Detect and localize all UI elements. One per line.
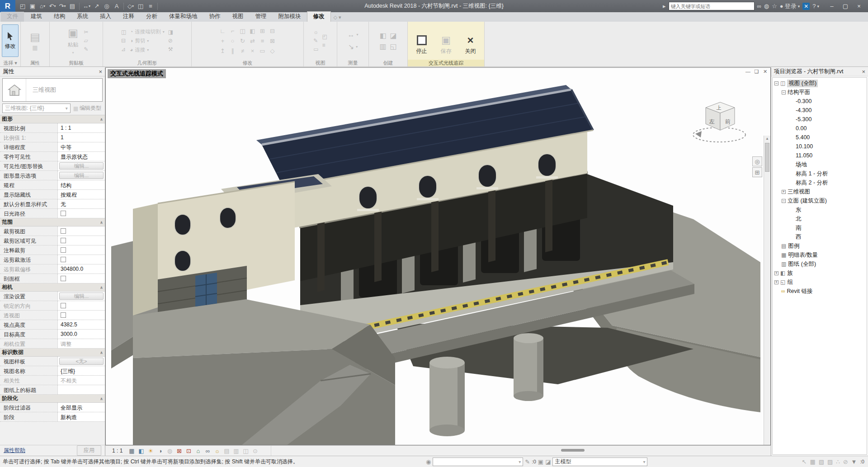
tag-icon[interactable]: ◎ bbox=[102, 1, 111, 11]
trim-icon[interactable]: ⇄ bbox=[248, 36, 257, 45]
tree-item[interactable]: 北 bbox=[773, 214, 867, 223]
offset-icon[interactable]: ⌐ bbox=[228, 26, 237, 35]
property-value[interactable]: 不相关 bbox=[58, 376, 105, 385]
view-scale-button[interactable]: 1 : 1 bbox=[108, 447, 127, 455]
demolish-icon[interactable]: ⚒ bbox=[168, 46, 173, 52]
tree-item[interactable]: ▦明细表/数量 bbox=[773, 250, 867, 259]
match-type-icon[interactable]: ✎ bbox=[84, 46, 88, 52]
unpin-icon[interactable]: ↥ bbox=[218, 46, 227, 55]
checkbox[interactable] bbox=[61, 312, 66, 318]
favorites-icon[interactable]: ☆ bbox=[772, 3, 777, 9]
checkbox[interactable] bbox=[61, 228, 66, 234]
measure-tool-icon[interactable]: ↔ bbox=[347, 31, 354, 39]
paste-button[interactable]: ▣ 粘贴 ▾ bbox=[64, 24, 82, 57]
cut-tool[interactable]: 剪切 bbox=[135, 38, 145, 44]
ribbon-tab-管理[interactable]: 管理 bbox=[250, 12, 273, 22]
property-value[interactable]: 全部显示 bbox=[58, 403, 105, 412]
collapse-chevron-icon[interactable]: ∧ bbox=[100, 117, 103, 122]
tree-item[interactable]: 标高 2 - 分析 bbox=[773, 178, 867, 187]
wall-joins-icon[interactable]: ⊘ bbox=[168, 38, 173, 44]
collapse-icon[interactable]: − bbox=[782, 199, 786, 203]
move-icon[interactable]: + bbox=[218, 36, 227, 45]
undo-icon[interactable]: ↶ ▾ bbox=[48, 1, 57, 11]
edit-button[interactable]: 编辑... bbox=[59, 162, 104, 170]
section-header-标识数据[interactable]: 标识数据∧ bbox=[0, 349, 105, 357]
aligned-dimension-icon[interactable]: ↘ bbox=[348, 42, 354, 51]
section-header-相机[interactable]: 相机∧ bbox=[0, 283, 105, 292]
tree-item[interactable]: 11.050 bbox=[773, 151, 867, 160]
type-selector[interactable]: 三维视图 bbox=[2, 78, 103, 102]
tree-item[interactable]: 标高 1 - 分析 bbox=[773, 169, 867, 178]
raytrace-stop-button[interactable]: 停止 bbox=[410, 24, 434, 57]
ribbon-tab-体量和场地[interactable]: 体量和场地 bbox=[163, 12, 203, 22]
dimension-icon[interactable]: ↗ bbox=[92, 1, 101, 11]
collapse-chevron-icon[interactable]: ∧ bbox=[100, 396, 103, 401]
vertical-scroll-thumb[interactable] bbox=[765, 143, 769, 172]
extend-icon[interactable]: ▭ bbox=[258, 46, 267, 55]
raytrace-close-button[interactable]: × 关闭 bbox=[459, 24, 482, 57]
ribbon-cycle-icon[interactable]: ◇ ▾ bbox=[334, 14, 341, 22]
select-links-icon[interactable]: ↖ bbox=[802, 458, 807, 465]
property-value[interactable]: 结构 bbox=[58, 180, 105, 189]
text-icon[interactable]: A bbox=[112, 1, 121, 11]
tree-item[interactable]: 南 bbox=[773, 223, 867, 232]
worksharing-display-icon[interactable]: ▤ bbox=[222, 447, 231, 455]
ribbon-tab-视图[interactable]: 视图 bbox=[226, 12, 250, 22]
split-icon[interactable]: ⊞ bbox=[258, 26, 267, 35]
revit-logo[interactable]: R bbox=[0, 0, 15, 12]
property-value[interactable]: 编辑... bbox=[58, 292, 105, 301]
properties-palette-icon[interactable]: ▤ bbox=[30, 31, 40, 43]
view-minimize-icon[interactable]: — bbox=[745, 69, 751, 75]
ribbon-tab-协作[interactable]: 协作 bbox=[203, 12, 226, 22]
edit-button[interactable]: 编辑... bbox=[59, 172, 104, 179]
property-value[interactable] bbox=[58, 301, 105, 310]
property-value[interactable] bbox=[58, 255, 105, 264]
section-header-范围[interactable]: 范围∧ bbox=[0, 218, 105, 226]
reveal-constraints-icon[interactable]: ☼ bbox=[212, 447, 222, 455]
hide-elements-icon[interactable]: ☼ bbox=[313, 29, 318, 35]
analytical-model-icon[interactable]: ◫ bbox=[241, 447, 250, 455]
property-value[interactable] bbox=[58, 209, 105, 218]
property-value[interactable] bbox=[58, 245, 105, 255]
ribbon-tab-修改[interactable]: 修改 bbox=[307, 11, 331, 22]
property-value[interactable]: 无 bbox=[58, 199, 105, 208]
property-value[interactable]: 按规程 bbox=[58, 190, 105, 199]
property-value[interactable]: 编辑... bbox=[58, 171, 105, 180]
exchange-apps-icon[interactable]: ✕ bbox=[802, 3, 810, 10]
section-header-图形[interactable]: 图形∧ bbox=[0, 115, 105, 123]
align-icon[interactable]: ∟ bbox=[218, 26, 227, 35]
ribbon-tab-建筑[interactable]: 建筑 bbox=[25, 12, 48, 22]
property-value[interactable]: 编辑... bbox=[58, 161, 105, 170]
lock-3d-view-icon[interactable]: ⊙ bbox=[250, 447, 259, 455]
linework-icon[interactable]: ▭ bbox=[313, 46, 318, 52]
detail-level-icon[interactable]: ▦ bbox=[127, 447, 136, 455]
sun-path-icon[interactable]: ☀ bbox=[146, 447, 155, 455]
property-value[interactable] bbox=[58, 236, 105, 245]
open-icon[interactable]: ◰ bbox=[18, 1, 27, 11]
section-icon[interactable]: ◫ bbox=[136, 1, 145, 11]
property-value[interactable] bbox=[58, 311, 105, 320]
sign-in-button[interactable]: ●登录▾ bbox=[780, 2, 800, 10]
hide-isolate-icon[interactable]: ∞ bbox=[203, 447, 212, 455]
tree-item[interactable]: 西 bbox=[773, 232, 867, 241]
design-option-dropdown[interactable]: 主模型▾ bbox=[552, 458, 647, 466]
print-icon[interactable]: ▤ bbox=[68, 1, 77, 11]
tree-item[interactable]: 10.100 bbox=[773, 142, 867, 151]
tree-item[interactable]: -4.300 bbox=[773, 106, 867, 115]
ribbon-tab-注释[interactable]: 注释 bbox=[117, 12, 140, 22]
search-icon[interactable]: ∞ bbox=[757, 3, 761, 9]
thin-lines-icon[interactable]: ≡ bbox=[146, 1, 155, 11]
view-restore-icon[interactable]: ❏ bbox=[753, 69, 760, 75]
join-cut-tool[interactable]: 连接端切割 bbox=[135, 28, 161, 35]
property-value[interactable]: 1 : 1 bbox=[58, 123, 105, 132]
tree-item[interactable]: -0.300 bbox=[773, 97, 867, 106]
tree-item[interactable]: −结构平面 bbox=[773, 88, 867, 97]
save-icon[interactable]: ▣ bbox=[28, 1, 37, 11]
cut-geometry-icon[interactable]: ⊟ bbox=[121, 38, 126, 44]
properties-help-link[interactable]: 属性帮助 bbox=[4, 447, 25, 454]
zoom-tools-icon[interactable]: ⊞ bbox=[752, 167, 762, 177]
override-graphics-icon[interactable]: ✎ bbox=[313, 38, 318, 44]
tree-item[interactable]: −立面 (建筑立面) bbox=[773, 196, 867, 205]
drag-on-selection-icon[interactable]: ∴ bbox=[836, 458, 840, 465]
collapse-icon[interactable]: − bbox=[782, 90, 786, 94]
